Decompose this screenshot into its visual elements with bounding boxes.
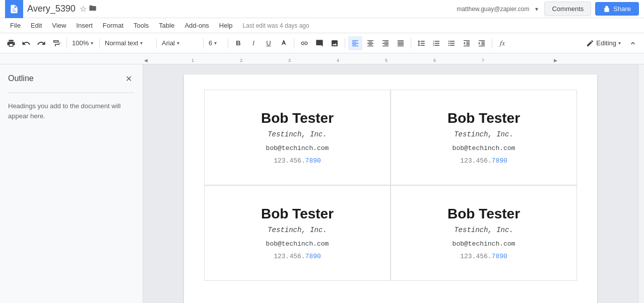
bold-button[interactable]: B xyxy=(231,36,245,50)
business-card-4: Bob Tester Testinch, Inc. bob@techinch.c… xyxy=(391,185,577,281)
align-center-button[interactable] xyxy=(363,36,377,50)
divider-8 xyxy=(411,38,411,48)
divider-9 xyxy=(492,38,492,48)
card-1-company: Testinch, Inc. xyxy=(215,130,380,138)
share-button[interactable]: Share xyxy=(595,2,639,16)
sidebar-header: Outline ✕ xyxy=(8,72,135,85)
menu-format[interactable]: Format xyxy=(99,20,127,31)
main-content: Outline ✕ Headings you add to the docume… xyxy=(0,64,644,303)
sidebar-divider xyxy=(8,93,135,93)
decrease-indent-button[interactable] xyxy=(460,36,474,50)
sidebar-close-button[interactable]: ✕ xyxy=(122,72,135,85)
paint-format-button[interactable] xyxy=(49,36,63,50)
user-info: matthew.guay@zapier.com xyxy=(457,6,529,13)
bulleted-list-button[interactable] xyxy=(444,36,459,50)
comments-button[interactable]: Comments xyxy=(544,2,591,16)
card-2-company: Testinch, Inc. xyxy=(401,130,566,138)
divider-7 xyxy=(345,38,345,48)
font-selector[interactable]: Arial ▾ xyxy=(160,36,200,50)
menu-view[interactable]: View xyxy=(48,20,70,31)
underline-button[interactable]: U xyxy=(262,36,276,50)
app-icon xyxy=(5,0,23,18)
card-4-email: bob@techinch.com xyxy=(401,240,566,248)
business-card-2: Bob Tester Testinch, Inc. bob@techinch.c… xyxy=(391,90,577,185)
right-scrollbar[interactable] xyxy=(638,64,644,303)
divider-3 xyxy=(156,38,157,48)
style-selector[interactable]: Normal text ▾ xyxy=(103,36,153,50)
sidebar: Outline ✕ Headings you add to the docume… xyxy=(0,64,143,303)
divider-2 xyxy=(99,38,100,48)
image-button[interactable] xyxy=(328,36,342,50)
menu-addons[interactable]: Add-ons xyxy=(180,20,213,31)
star-icon[interactable]: ☆ xyxy=(80,4,87,14)
text-color-button[interactable] xyxy=(277,36,291,50)
size-arrow: ▾ xyxy=(214,40,217,46)
card-4-name: Bob Tester xyxy=(401,206,566,222)
menu-edit[interactable]: Edit xyxy=(27,20,46,31)
card-3-email: bob@techinch.com xyxy=(215,240,380,248)
business-card-1: Bob Tester Testinch, Inc. bob@techinch.c… xyxy=(204,90,391,185)
formula-button[interactable]: 𝑓𝑥 xyxy=(495,36,509,50)
doc-title: Avery_5390 xyxy=(27,4,76,14)
print-button[interactable] xyxy=(4,36,18,50)
menu-insert[interactable]: Insert xyxy=(72,20,97,31)
document-page: Bob Tester Testinch, Inc. bob@techinch.c… xyxy=(184,74,597,303)
menu-table[interactable]: Table xyxy=(155,20,178,31)
ruler: ◀ 1 2 3 4 5 6 7 ▶ xyxy=(0,53,644,64)
card-2-email: bob@techinch.com xyxy=(401,144,566,152)
comment-button[interactable] xyxy=(312,36,327,50)
document-area[interactable]: Bob Tester Testinch, Inc. bob@techinch.c… xyxy=(143,64,638,303)
menu-bar: File Edit View Insert Format Tools Table… xyxy=(0,18,644,33)
editing-label: Editing xyxy=(596,39,616,47)
card-2-name: Bob Tester xyxy=(401,110,566,126)
sidebar-hint: Headings you add to the document will ap… xyxy=(8,101,135,121)
redo-button[interactable] xyxy=(34,36,48,50)
toolbar: 100% ▾ Normal text ▾ Arial ▾ 6 ▾ B I U xyxy=(0,33,644,53)
card-3-company: Testinch, Inc. xyxy=(215,226,380,234)
font-size-selector[interactable]: 6 ▾ xyxy=(207,36,225,50)
align-left-button[interactable] xyxy=(348,36,362,50)
justify-button[interactable] xyxy=(394,36,408,50)
link-button[interactable] xyxy=(297,36,311,50)
folder-icon[interactable] xyxy=(89,4,97,14)
card-1-name: Bob Tester xyxy=(215,110,380,126)
business-card-3: Bob Tester Testinch, Inc. bob@techinch.c… xyxy=(204,185,391,281)
card-3-name: Bob Tester xyxy=(215,206,380,222)
italic-button[interactable]: I xyxy=(246,36,261,50)
numbered-list-button[interactable] xyxy=(429,36,443,50)
last-edit-status: Last edit was 4 days ago xyxy=(243,22,309,29)
menu-help[interactable]: Help xyxy=(215,20,237,31)
undo-button[interactable] xyxy=(19,36,33,50)
align-right-button[interactable] xyxy=(378,36,393,50)
zoom-arrow: ▾ xyxy=(91,40,93,46)
zoom-selector[interactable]: 100% ▾ xyxy=(70,36,96,50)
menu-file[interactable]: File xyxy=(6,20,25,31)
top-bar: Avery_5390 ☆ matthew.guay@zapier.com ▾ C… xyxy=(0,0,644,18)
font-arrow: ▾ xyxy=(177,40,179,46)
divider-6 xyxy=(294,38,294,48)
card-1-phone: 123.456.7890 xyxy=(215,157,380,165)
card-3-phone: 123.456.7890 xyxy=(215,253,380,260)
divider-5 xyxy=(228,38,228,48)
card-1-email: bob@techinch.com xyxy=(215,144,380,152)
editing-arrow: ▾ xyxy=(618,40,621,46)
increase-indent-button[interactable] xyxy=(475,36,489,50)
card-2-phone: 123.456.7890 xyxy=(401,157,566,165)
divider-1 xyxy=(67,38,67,48)
editing-mode-selector[interactable]: Editing ▾ xyxy=(582,36,625,50)
sidebar-title: Outline xyxy=(8,74,34,83)
card-4-phone: 123.456.7890 xyxy=(401,253,566,260)
card-4-company: Testinch, Inc. xyxy=(401,226,566,234)
share-label: Share xyxy=(613,5,631,13)
menu-tools[interactable]: Tools xyxy=(130,20,153,31)
divider-4 xyxy=(203,38,204,48)
style-arrow: ▾ xyxy=(140,40,143,46)
card-grid: Bob Tester Testinch, Inc. bob@techinch.c… xyxy=(204,90,577,281)
collapse-toolbar-button[interactable] xyxy=(626,36,640,50)
line-spacing-button[interactable] xyxy=(414,36,428,50)
